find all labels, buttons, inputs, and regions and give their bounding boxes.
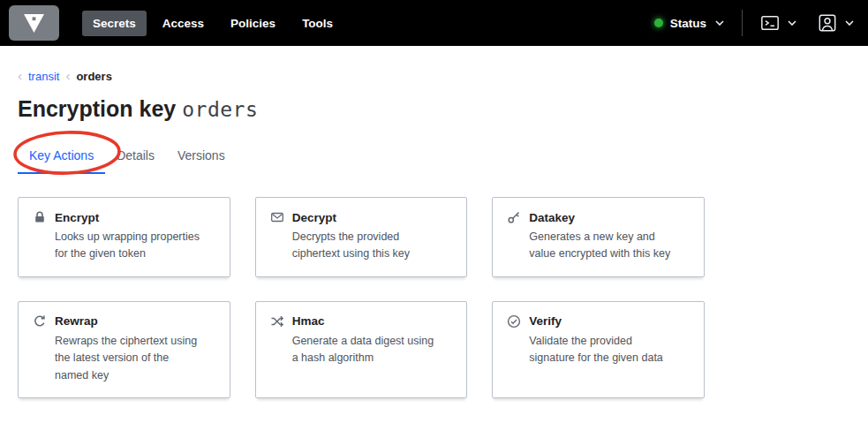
card-header: Datakey [507,210,690,224]
action-card-datakey[interactable]: Datakey Generates a new key and value en… [492,197,705,277]
card-description: Looks up wrapping properties for the giv… [55,229,215,263]
lock-icon [33,210,47,224]
card-description: Generates a new key and value encrypted … [529,229,690,263]
user-icon [818,13,837,33]
card-description: Generate a data digest using a hash algo… [292,333,453,367]
page-title-prefix: Encryption key [18,96,176,121]
chevron-down-icon [788,20,796,26]
card-title: Encrypt [55,211,99,224]
key-icon [507,210,521,224]
tab-bar-wrap: Key Actions Details Versions [18,143,850,174]
breadcrumb-current-orders: orders [76,70,111,83]
tab-versions[interactable]: Versions [166,143,237,174]
action-card-rewrap[interactable]: Rewrap Rewraps the ciphertext using the … [18,301,230,398]
page-title-key-name: orders [182,98,258,121]
main-content: ‹ transit ‹ orders Encryption key orders… [0,70,868,398]
card-title: Verify [529,314,562,328]
nav-item-access[interactable]: Access [152,11,215,36]
card-header: Hmac [270,314,453,329]
vault-logo-icon [24,14,44,33]
navbar-divider [742,10,743,36]
card-description: Decrypts the provided ciphertext using t… [292,229,453,263]
card-title: Hmac [292,314,325,328]
action-card-hmac[interactable]: Hmac Generate a data digest using a hash… [255,301,468,398]
tab-key-actions[interactable]: Key Actions [18,143,105,174]
card-title: Rewrap [55,314,98,328]
terminal-icon [760,13,780,33]
page-title: Encryption key orders [18,96,850,122]
key-actions-grid: Encrypt Looks up wrapping properties for… [18,197,705,398]
primary-nav: Secrets Access Policies Tools [82,11,343,36]
card-header: Rewrap [33,314,215,329]
shuffle-icon [270,314,284,329]
breadcrumb-link-transit[interactable]: transit [28,70,59,83]
card-header: Verify [507,314,690,329]
action-card-decrypt[interactable]: Decrypt Decrypts the provided ciphertext… [255,197,468,277]
chevron-down-icon [845,20,854,26]
top-navbar: Secrets Access Policies Tools Status [0,0,868,46]
card-description: Validate the provided signature for the … [529,333,690,367]
card-title: Decrypt [292,211,336,224]
navbar-right: Status [654,10,854,36]
user-menu[interactable] [818,13,854,33]
chevron-down-icon [715,20,724,26]
rotate-icon [33,314,47,329]
vault-logo[interactable] [9,5,59,41]
card-title: Datakey [529,211,575,224]
breadcrumb: ‹ transit ‹ orders [18,70,850,83]
nav-item-secrets[interactable]: Secrets [82,11,147,36]
breadcrumb-chevron-icon: ‹ [18,69,22,82]
envelope-icon [270,210,284,224]
status-menu[interactable]: Status [654,17,724,30]
check-circle-icon [507,314,521,329]
breadcrumb-chevron-icon: ‹ [65,69,70,82]
nav-item-policies[interactable]: Policies [220,11,286,36]
action-card-verify[interactable]: Verify Validate the provided signature f… [492,301,705,398]
tab-bar: Key Actions Details Versions [18,143,850,174]
console-menu[interactable] [760,13,796,33]
card-header: Decrypt [270,210,453,224]
action-card-encrypt[interactable]: Encrypt Looks up wrapping properties for… [18,197,230,277]
tab-details[interactable]: Details [105,143,166,174]
nav-item-tools[interactable]: Tools [291,11,343,36]
card-description: Rewraps the ciphertext using the latest … [55,333,215,384]
status-indicator-dot [654,19,663,27]
card-header: Encrypt [33,210,215,224]
status-label: Status [670,17,706,30]
